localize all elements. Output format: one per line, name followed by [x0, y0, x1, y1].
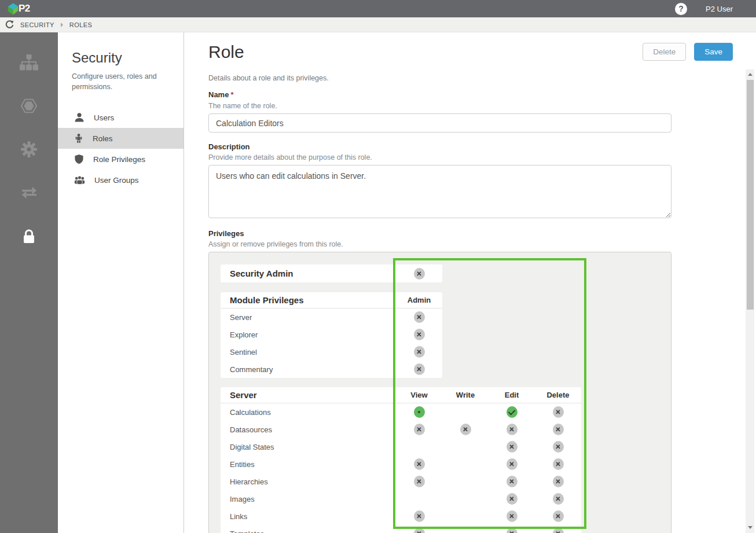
privilege-denied-icon[interactable]: [553, 476, 564, 487]
menu-item-label: Role Privileges: [93, 155, 145, 164]
privilege-denied-icon[interactable]: [414, 329, 425, 340]
privilege-denied-icon[interactable]: [553, 458, 564, 470]
module-privileges-table: Module PrivilegesAdminServerExplorerSent…: [221, 292, 442, 378]
column-header: View: [396, 391, 442, 399]
privilege-denied-icon[interactable]: [414, 528, 425, 533]
column-header: Edit: [489, 391, 535, 399]
role-detail-panel: Role Delete Save Details about a role an…: [184, 32, 756, 533]
privilege-cell: [396, 329, 442, 340]
sidebar-item-hierarchy[interactable]: [0, 41, 58, 84]
privilege-cell: [535, 528, 581, 533]
save-button[interactable]: Save: [694, 43, 733, 61]
privilege-denied-icon[interactable]: [414, 424, 425, 435]
sidebar-item-security[interactable]: [0, 214, 58, 258]
privilege-cell: [396, 406, 442, 418]
privilege-denied-icon[interactable]: [553, 510, 564, 522]
privilege-denied-icon[interactable]: [553, 441, 564, 453]
delete-button[interactable]: Delete: [643, 43, 686, 61]
privilege-partial-icon[interactable]: [414, 406, 425, 418]
sidebar-item-settings[interactable]: [0, 127, 58, 171]
gear-icon: [20, 141, 38, 158]
privilege-denied-icon[interactable]: [507, 476, 518, 487]
sidebar-item-hexagon[interactable]: [0, 84, 58, 127]
sidebar-title: Security: [72, 50, 184, 66]
breadcrumb-security[interactable]: SECURITY: [20, 21, 54, 28]
privilege-row: Entities: [221, 455, 581, 473]
privilege-denied-icon[interactable]: [553, 528, 564, 533]
description-textarea[interactable]: Users who can edit calculations in Serve…: [208, 165, 671, 218]
privilege-denied-icon[interactable]: [507, 510, 518, 522]
privilege-row-label: Digital States: [221, 443, 396, 451]
hexagon-icon: [20, 97, 38, 115]
menu-item-label: Roles: [93, 134, 113, 143]
privilege-cell: [535, 493, 581, 505]
vertical-scrollbar[interactable]: [746, 69, 754, 533]
privilege-cell: [396, 528, 442, 533]
privileges-label: Privileges: [208, 229, 671, 238]
privilege-denied-icon[interactable]: [414, 510, 425, 522]
hierarchy-icon: [20, 54, 38, 71]
privilege-denied-icon[interactable]: [414, 458, 425, 470]
help-icon[interactable]: ?: [675, 3, 687, 15]
privilege-row: Commentary: [221, 361, 442, 378]
security-sidebar: Security Configure users, roles and perm…: [58, 32, 184, 533]
menu-item-role-privileges[interactable]: Role Privileges: [58, 149, 184, 170]
privilege-denied-icon[interactable]: [414, 476, 425, 487]
p2-logo[interactable]: P2: [7, 2, 30, 16]
privilege-denied-icon[interactable]: [507, 493, 518, 505]
breadcrumb-roles[interactable]: ROLES: [69, 21, 92, 28]
name-label: Name: [208, 90, 229, 99]
privilege-denied-icon[interactable]: [414, 311, 425, 323]
triangle-up-icon: [748, 73, 753, 76]
privilege-denied-icon[interactable]: [460, 424, 471, 435]
privilege-row-label: Templates: [221, 530, 396, 533]
menu-item-users[interactable]: Users: [58, 107, 184, 128]
privilege-denied-icon[interactable]: [414, 363, 425, 375]
person-icon: [74, 133, 83, 144]
privilege-cell: [396, 424, 442, 435]
privilege-cell: [535, 441, 581, 453]
scroll-down-arrow[interactable]: [746, 523, 754, 532]
sidebar-item-transfer[interactable]: [0, 171, 58, 214]
privilege-row: Images: [221, 490, 581, 508]
privilege-cell: [396, 268, 442, 280]
scrollbar-thumb[interactable]: [747, 80, 754, 310]
privilege-cell: [442, 424, 489, 435]
privilege-cell: [396, 458, 442, 470]
privilege-denied-icon[interactable]: [553, 406, 564, 418]
privilege-cell: [396, 510, 442, 522]
required-marker: *: [230, 90, 233, 99]
name-input[interactable]: [208, 113, 671, 133]
privilege-cell: [489, 493, 535, 505]
privilege-denied-icon[interactable]: [507, 458, 518, 470]
column-header: Write: [442, 391, 489, 399]
scroll-up-arrow[interactable]: [746, 69, 754, 79]
page-title: Role: [208, 42, 244, 63]
column-header: Admin: [396, 296, 442, 304]
privilege-denied-icon[interactable]: [414, 346, 425, 358]
privilege-cell: [489, 476, 535, 487]
privilege-row-label: Commentary: [221, 365, 396, 374]
privilege-denied-icon[interactable]: [507, 528, 518, 533]
description-label: Description: [208, 142, 671, 151]
menu-item-user-groups[interactable]: User Groups: [58, 170, 184, 190]
privilege-row-label: Sentinel: [221, 348, 396, 356]
menu-item-roles[interactable]: Roles: [58, 128, 184, 149]
privilege-cell: [535, 510, 581, 522]
privilege-denied-icon[interactable]: [553, 493, 564, 505]
privilege-cell: [396, 346, 442, 358]
privilege-denied-icon[interactable]: [507, 424, 518, 435]
privilege-denied-icon[interactable]: [414, 268, 425, 280]
privilege-allowed-icon[interactable]: [507, 406, 518, 418]
privilege-row: Server: [221, 308, 442, 326]
privilege-row-label: Hierarchies: [221, 477, 396, 486]
privilege-row-label: Images: [221, 495, 396, 503]
privilege-denied-icon[interactable]: [553, 424, 564, 435]
lock-icon: [20, 228, 38, 244]
transfer-icon: [20, 185, 39, 200]
refresh-icon[interactable]: [5, 20, 14, 29]
privilege-cell: [489, 510, 535, 522]
privilege-row: Explorer: [221, 326, 442, 343]
user-menu[interactable]: P2 User: [706, 5, 733, 13]
privilege-denied-icon[interactable]: [507, 441, 518, 453]
